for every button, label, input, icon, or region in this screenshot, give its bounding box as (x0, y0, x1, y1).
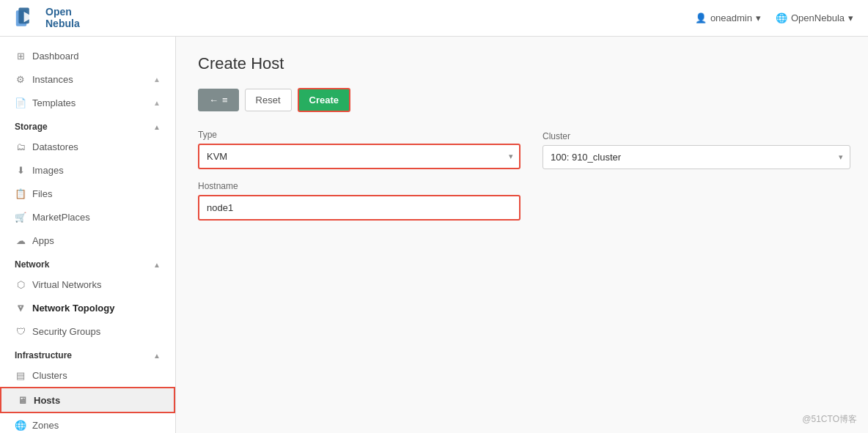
sidebar-label-apps: Apps (32, 235, 54, 246)
logo-line1: Open (45, 7, 80, 18)
clusters-icon: ▤ (15, 369, 26, 381)
logo-text: Open Nebula (45, 7, 80, 29)
sidebar-item-files[interactable]: 📋 Files (0, 182, 175, 205)
logo-line2: Nebula (45, 18, 80, 29)
virtual-networks-icon: ⬡ (15, 278, 26, 290)
sidebar-item-instances[interactable]: ⚙ Instances ▲ (0, 67, 175, 91)
type-select-wrap: KVM LXC EC2 Azure ▾ (198, 144, 521, 169)
reset-button[interactable]: Reset (245, 89, 292, 111)
header-org[interactable]: 🌐 OpenNebula ▾ (776, 12, 853, 23)
action-bar: ← ≡ Reset Create (198, 88, 846, 112)
sidebar-item-datastores[interactable]: 🗂 Datastores (0, 135, 175, 158)
content-area: Create Host ← ≡ Reset Create Type KVM LX… (176, 37, 868, 433)
sidebar-label-marketplaces: MarketPlaces (32, 212, 90, 223)
sidebar-label-network-topology: Network Topology (32, 303, 114, 314)
cluster-label: Cluster (542, 131, 850, 141)
back-list-icon: ≡ (222, 95, 228, 106)
sidebar: ⊞ Dashboard ⚙ Instances ▲ 📄 Templates ▲ … (0, 37, 176, 433)
header-right: 👤 oneadmin ▾ 🌐 OpenNebula ▾ (695, 12, 853, 23)
page-title: Create Host (198, 54, 846, 73)
templates-icon: 📄 (15, 97, 26, 108)
form-group-hostname: Hostname (198, 181, 521, 221)
hosts-icon: 🖥 (16, 394, 28, 406)
back-button[interactable]: ← ≡ (198, 89, 239, 111)
cluster-select[interactable]: 100: 910_cluster (542, 145, 850, 169)
infrastructure-section: Infrastructure ▲ (0, 343, 175, 363)
header-user[interactable]: 👤 oneadmin ▾ (695, 12, 761, 23)
sidebar-label-zones: Zones (32, 420, 59, 431)
logo: Open Nebula (15, 5, 80, 32)
user-icon: 👤 (695, 12, 707, 23)
infrastructure-label: Infrastructure (15, 350, 72, 360)
instances-icon: ⚙ (15, 73, 26, 85)
hostname-input[interactable] (198, 195, 521, 221)
network-section: Network ▲ (0, 252, 175, 273)
network-label: Network (15, 259, 49, 270)
storage-label: Storage (15, 122, 48, 132)
sidebar-item-virtual-networks[interactable]: ⬡ Virtual Networks (0, 273, 175, 296)
sidebar-label-dashboard: Dashboard (32, 51, 79, 62)
network-topology-icon: ⛛ (15, 302, 26, 314)
files-icon: 📋 (15, 188, 26, 199)
sidebar-label-images: Images (32, 165, 64, 176)
sidebar-item-templates[interactable]: 📄 Templates ▲ (0, 91, 175, 114)
back-arrow-icon: ← (209, 95, 218, 106)
sidebar-item-hosts[interactable]: 🖥 Hosts (0, 387, 175, 413)
infrastructure-collapse-icon: ▲ (153, 352, 161, 360)
instances-collapse-icon: ▲ (153, 75, 161, 84)
sidebar-label-security-groups: Security Groups (32, 326, 100, 337)
sidebar-label-templates: Templates (32, 97, 76, 108)
sidebar-item-dashboard[interactable]: ⊞ Dashboard (0, 44, 175, 67)
sidebar-item-network-topology[interactable]: ⛛ Network Topology (0, 296, 175, 319)
form-group-cluster: Cluster 100: 910_cluster ▾ (542, 131, 850, 169)
dashboard-icon: ⊞ (15, 50, 26, 62)
storage-section: Storage ▲ (0, 114, 175, 135)
hostname-label: Hostname (198, 181, 521, 191)
sidebar-item-marketplaces[interactable]: 🛒 MarketPlaces (0, 205, 175, 229)
sidebar-item-clusters[interactable]: ▤ Clusters (0, 363, 175, 387)
sidebar-item-apps[interactable]: ☁ Apps (0, 229, 175, 252)
cluster-select-wrap: 100: 910_cluster ▾ (542, 145, 850, 169)
apps-icon: ☁ (15, 234, 26, 246)
sidebar-label-instances: Instances (32, 74, 73, 85)
watermark: @51CTO博客 (802, 413, 857, 426)
sidebar-label-files: Files (32, 188, 52, 199)
org-dropdown-icon: ▾ (848, 12, 853, 23)
sidebar-label-virtual-networks: Virtual Networks (32, 279, 101, 290)
create-button[interactable]: Create (298, 88, 350, 112)
logo-icon (15, 5, 41, 32)
form-row-type-cluster: Type KVM LXC EC2 Azure ▾ Cluster 100: 91… (198, 130, 846, 169)
form-group-type: Type KVM LXC EC2 Azure ▾ (198, 130, 521, 169)
images-icon: ⬇ (15, 164, 26, 176)
sidebar-label-hosts: Hosts (34, 395, 60, 406)
sidebar-label-datastores: Datastores (32, 141, 78, 152)
storage-collapse-icon: ▲ (153, 123, 161, 131)
main-layout: ⊞ Dashboard ⚙ Instances ▲ 📄 Templates ▲ … (0, 37, 868, 433)
security-groups-icon: 🛡 (15, 325, 26, 337)
top-header: Open Nebula 👤 oneadmin ▾ 🌐 OpenNebula ▾ (0, 0, 868, 37)
marketplaces-icon: 🛒 (15, 211, 26, 223)
org-name: OpenNebula (791, 12, 845, 23)
datastores-icon: 🗂 (15, 141, 26, 152)
org-icon: 🌐 (776, 12, 787, 23)
type-label: Type (198, 130, 521, 140)
sidebar-item-zones[interactable]: 🌐 Zones (0, 413, 175, 433)
templates-collapse-icon: ▲ (153, 99, 161, 107)
sidebar-label-clusters: Clusters (32, 370, 67, 381)
form-row-hostname: Hostname (198, 181, 846, 221)
network-collapse-icon: ▲ (153, 261, 161, 269)
zones-icon: 🌐 (15, 419, 26, 431)
sidebar-item-images[interactable]: ⬇ Images (0, 158, 175, 182)
type-select[interactable]: KVM LXC EC2 Azure (198, 144, 521, 169)
user-dropdown-icon: ▾ (756, 12, 761, 23)
sidebar-item-security-groups[interactable]: 🛡 Security Groups (0, 319, 175, 343)
user-name: oneadmin (710, 12, 752, 23)
